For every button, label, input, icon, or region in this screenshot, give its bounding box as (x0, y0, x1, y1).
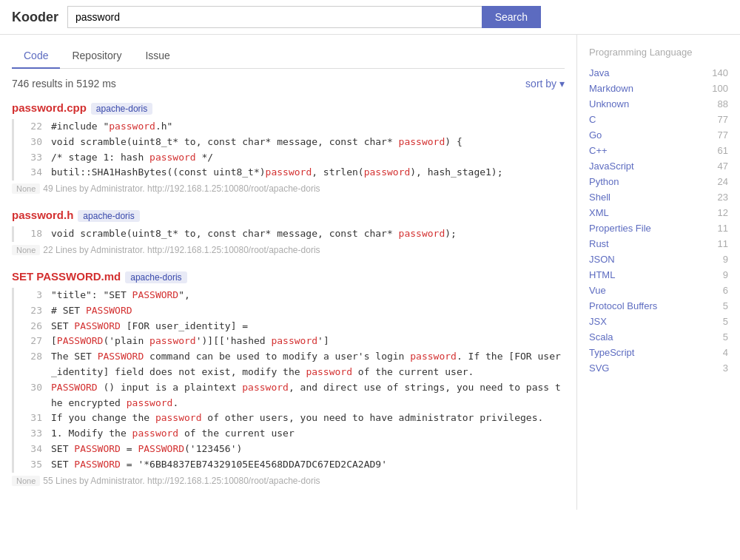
sort-by-button[interactable]: sort by ▾ (525, 78, 565, 90)
result-item: password.cppapache-doris22#include "pass… (12, 101, 565, 194)
tab-code[interactable]: Code (12, 44, 60, 69)
language-item: Shell23 (589, 189, 728, 205)
code-line: 3"title": "SET PASSWORD", (20, 288, 565, 303)
none-badge: None (12, 183, 40, 194)
none-badge: None (12, 245, 40, 255)
line-number: 35 (20, 457, 42, 473)
code-line: 31If you change the password of other us… (20, 411, 565, 426)
results-bar: 746 results in 5192 ms sort by ▾ (12, 78, 565, 90)
search-button[interactable]: Search (482, 6, 541, 28)
line-number: 33 (20, 426, 42, 442)
sidebar: Programming Language Java140Markdown100U… (577, 35, 740, 510)
language-name[interactable]: JSON (589, 254, 615, 265)
language-name[interactable]: Rust (589, 238, 609, 249)
language-item: TypeScript4 (589, 345, 728, 360)
result-meta: None55 Lines by Administrator. http://19… (12, 476, 565, 486)
language-item: Unknown88 (589, 96, 728, 112)
language-item: Properties File11 (589, 220, 728, 236)
code-line: 23# SET PASSWORD (20, 303, 565, 319)
code-line: 34SET PASSWORD = PASSWORD('123456') (20, 442, 565, 457)
language-item: XML12 (589, 205, 728, 220)
header: Kooder Search (0, 0, 740, 35)
language-count: 9 (723, 254, 728, 265)
repo-badge: apache-doris (125, 271, 186, 283)
line-number: 28 (20, 349, 42, 380)
line-code: "title": "SET PASSWORD", (51, 288, 190, 303)
language-count: 140 (712, 67, 728, 78)
language-item: Java140 (589, 65, 728, 81)
line-number: 30 (20, 135, 42, 150)
language-item: Python24 (589, 174, 728, 189)
language-item: Protocol Buffers5 (589, 298, 728, 314)
result-filename-link[interactable]: password.cpp (12, 101, 87, 114)
result-meta: None22 Lines by Administrator. http://19… (12, 245, 565, 255)
language-item: HTML9 (589, 267, 728, 283)
language-name[interactable]: Vue (589, 285, 606, 296)
language-name[interactable]: C++ (589, 145, 608, 156)
language-count: 23 (718, 192, 728, 203)
meta-text: 22 Lines by Administrator. http://192.16… (43, 245, 320, 255)
language-name[interactable]: Protocol Buffers (589, 300, 657, 311)
code-line: 331. Modify the password of the current … (20, 426, 565, 442)
language-count: 6 (723, 285, 728, 296)
language-count: 24 (718, 176, 728, 187)
result-title: password.cppapache-doris (12, 101, 565, 115)
language-name[interactable]: Unknown (589, 98, 629, 109)
language-name[interactable]: SVG (589, 362, 609, 374)
code-line: 35SET PASSWORD = '*6BB4837EB74329105EE45… (20, 457, 565, 473)
tab-repository[interactable]: Repository (60, 44, 133, 69)
result-filename-link[interactable]: password.h (12, 209, 73, 221)
language-item: C77 (589, 112, 728, 127)
result-meta: None49 Lines by Administrator. http://19… (12, 183, 565, 194)
repo-badge: apache-doris (78, 210, 139, 222)
results-count: 746 results in 5192 ms (12, 78, 116, 90)
tab-issue[interactable]: Issue (133, 44, 181, 69)
line-code: If you change the password of other user… (51, 411, 543, 426)
line-code: #include "password.h" (51, 119, 172, 135)
language-name[interactable]: Python (589, 176, 619, 187)
language-name[interactable]: JSX (589, 316, 607, 327)
line-code: 1. Modify the password of the current us… (51, 426, 295, 442)
language-name[interactable]: JavaScript (589, 161, 634, 172)
code-line: 30PASSWORD () input is a plaintext passw… (20, 380, 565, 411)
language-name[interactable]: Markdown (589, 83, 633, 94)
line-code: /* stage 1: hash password */ (51, 150, 213, 166)
line-number: 27 (20, 334, 42, 349)
line-code: [PASSWORD('plain password')][['hashed pa… (51, 334, 329, 349)
language-list: Java140Markdown100Unknown88C77Go77C++61J… (589, 65, 728, 376)
code-line: 22#include "password.h" (20, 119, 565, 135)
language-name[interactable]: C (589, 114, 596, 125)
language-item: Go77 (589, 127, 728, 143)
line-number: 18 (20, 226, 42, 242)
language-name[interactable]: Scala (589, 331, 613, 343)
language-count: 77 (718, 129, 728, 141)
language-item: Scala5 (589, 329, 728, 345)
result-filename-link[interactable]: SET PASSWORD.md (12, 270, 121, 283)
language-name[interactable]: Properties File (589, 223, 651, 234)
code-line: 18void scramble(uint8_t* to, const char*… (20, 226, 565, 242)
result-title: password.hapache-doris (12, 209, 565, 222)
language-item: Markdown100 (589, 81, 728, 96)
language-name[interactable]: Java (589, 67, 609, 78)
line-number: 33 (20, 150, 42, 166)
line-code: void scramble(uint8_t* to, const char* m… (51, 135, 462, 150)
language-count: 4 (723, 347, 728, 358)
language-name[interactable]: Go (589, 129, 602, 141)
language-name[interactable]: Shell (589, 192, 610, 203)
language-count: 5 (723, 316, 728, 327)
language-name[interactable]: XML (589, 207, 609, 218)
line-code: PASSWORD () input is a plaintext passwor… (51, 380, 565, 411)
language-count: 88 (718, 98, 728, 109)
line-code: void scramble(uint8_t* to, const char* m… (51, 226, 457, 242)
language-count: 5 (723, 331, 728, 343)
line-number: 31 (20, 411, 42, 426)
language-name[interactable]: TypeScript (589, 347, 634, 358)
line-number: 26 (20, 319, 42, 334)
language-count: 11 (718, 223, 728, 234)
code-block: 3"title": "SET PASSWORD",23# SET PASSWOR… (12, 288, 565, 473)
language-name[interactable]: HTML (589, 269, 615, 280)
search-input[interactable] (67, 6, 482, 28)
code-line: 27[PASSWORD('plain password')][['hashed … (20, 334, 565, 349)
code-block: 22#include "password.h"30void scramble(u… (12, 119, 565, 181)
line-code: butil::SHA1HashBytes((const uint8_t*)pas… (51, 165, 503, 181)
